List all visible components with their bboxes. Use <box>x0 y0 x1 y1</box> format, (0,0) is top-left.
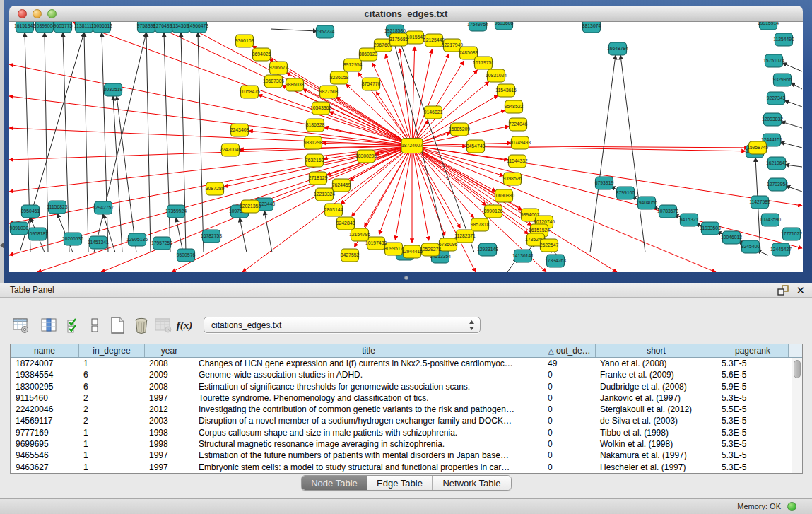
table-cell[interactable]: 0 <box>543 450 595 461</box>
table-row[interactable]: 1872400712008Changes of HCN gene express… <box>11 358 802 369</box>
table-cell[interactable]: 0 <box>543 392 595 404</box>
table-cell[interactable]: 1 <box>78 358 144 369</box>
citation-edge-black[interactable] <box>271 29 317 31</box>
memory-status-indicator[interactable] <box>787 502 796 511</box>
table-cell[interactable]: 1997 <box>144 462 194 473</box>
split-pane-handle[interactable] <box>404 276 408 280</box>
select-columns-button[interactable] <box>40 316 58 334</box>
table-cell[interactable]: 2008 <box>144 381 194 392</box>
table-cell[interactable]: 1 <box>78 462 144 473</box>
table-cell[interactable]: Corpus callosum shape and size in male p… <box>194 427 543 438</box>
table-cell[interactable]: 2003 <box>144 415 194 426</box>
column-header-name[interactable]: name <box>11 344 78 357</box>
collapse-panel-arrow-icon[interactable] <box>0 242 4 249</box>
citation-edge-red[interactable] <box>286 73 412 146</box>
table-cell[interactable]: Estimation of the future numbers of pati… <box>194 450 543 461</box>
table-cell[interactable]: 5.3E-5 <box>717 438 788 450</box>
select-all-button[interactable] <box>65 316 83 334</box>
table-cell[interactable]: 1998 <box>144 438 194 450</box>
table-cell[interactable]: 5.3E-5 <box>717 462 788 473</box>
table-cell[interactable]: Dudbridge et al. (2008) <box>595 381 717 392</box>
table-cell[interactable]: 9463627 <box>11 462 78 473</box>
citation-edge-black[interactable] <box>181 33 186 252</box>
table-cell[interactable]: 0 <box>543 438 595 450</box>
table-cell[interactable]: 49 <box>543 358 595 369</box>
table-source-select[interactable]: citations_edges.txt <box>204 317 481 333</box>
column-header-out_de[interactable]: △out_de… <box>543 344 595 357</box>
table-cell[interactable]: 0 <box>543 381 595 392</box>
table-vertical-scrollbar[interactable] <box>792 358 802 473</box>
tab-network-table[interactable]: Network Table <box>432 476 511 490</box>
table-row[interactable]: 969969511998Structural magnetic resonanc… <box>11 438 802 450</box>
citation-edge-black[interactable] <box>176 218 183 252</box>
table-cell[interactable]: 5.3E-5 <box>717 392 788 404</box>
citation-edge-black[interactable] <box>84 33 88 252</box>
citation-edge-black[interactable] <box>785 165 802 167</box>
table-cell[interactable]: Wolkin et al. (1998) <box>595 438 717 450</box>
column-header-in_degree[interactable]: in_degree <box>78 344 144 357</box>
citation-edge-black[interactable] <box>781 122 802 128</box>
scrollbar-thumb[interactable] <box>794 360 801 378</box>
table-row[interactable]: 1830029562008Estimation of significance … <box>11 381 802 392</box>
close-window-button[interactable] <box>18 9 27 18</box>
table-cell[interactable]: Jankovic et al. (1997) <box>595 392 717 404</box>
table-cell[interactable]: Stergiakouli et al. (2012) <box>595 404 717 415</box>
column-header-short[interactable]: short <box>595 344 717 357</box>
table-cell[interactable]: 2012 <box>144 404 194 415</box>
table-cell[interactable]: 0 <box>543 462 595 473</box>
citation-edge-black[interactable] <box>782 63 802 71</box>
table-row[interactable]: 2242004622012Investigating the contribut… <box>11 404 802 415</box>
table-cell[interactable]: 5.3E-5 <box>717 415 788 426</box>
table-cell[interactable]: 5.9E-5 <box>717 381 788 392</box>
citation-edge-black[interactable] <box>198 33 204 252</box>
citation-edge-red[interactable] <box>412 143 511 146</box>
tab-edge-table[interactable]: Edge Table <box>367 476 432 490</box>
table-cell[interactable]: Tibbo et al. (1998) <box>595 427 717 438</box>
table-settings-button[interactable] <box>11 316 30 334</box>
table-cell[interactable]: 0 <box>543 404 595 415</box>
table-cell[interactable]: 1 <box>78 450 144 461</box>
function-builder-button[interactable]: f(x) <box>175 316 194 334</box>
table-cell[interactable]: Nakamura et al. (1997) <box>595 450 717 461</box>
table-cell[interactable]: 5.3E-5 <box>717 358 788 369</box>
zoom-window-button[interactable] <box>47 9 57 18</box>
citation-edge-black[interactable] <box>164 33 170 252</box>
citation-edge-red[interactable] <box>412 54 449 146</box>
citation-edge-red[interactable] <box>240 146 412 150</box>
table-cell[interactable]: Estimation of significance thresholds fo… <box>194 381 543 392</box>
table-cell[interactable]: 22420046 <box>11 404 78 415</box>
table-cell[interactable]: 1 <box>78 427 144 438</box>
row-height-button[interactable] <box>86 316 104 334</box>
table-row[interactable]: 946554611997Estimation of the future num… <box>11 450 802 461</box>
table-cell[interactable]: 9777169 <box>11 427 78 438</box>
citation-edge-black[interactable] <box>20 33 84 252</box>
table-cell[interactable]: 0 <box>543 427 595 438</box>
table-cell[interactable]: 0 <box>543 369 595 380</box>
table-cell[interactable]: 5.3E-5 <box>717 450 788 461</box>
citation-edge-red[interactable] <box>9 128 412 146</box>
table-cell[interactable]: 1 <box>78 438 144 450</box>
citation-edge-black[interactable] <box>590 55 616 252</box>
network-view-canvas[interactable]: 1615134210399004960577511381111150565129… <box>9 22 803 272</box>
citation-edge-black[interactable] <box>780 142 802 148</box>
table-row[interactable]: 946362711997Embryonic stem cells: a mode… <box>11 462 802 473</box>
delete-table-button[interactable] <box>132 316 151 334</box>
table-cell[interactable]: Hescheler et al. (1997) <box>595 462 717 473</box>
table-cell[interactable]: 18724007 <box>11 358 78 369</box>
table-cell[interactable]: 5.6E-5 <box>717 369 788 380</box>
table-cell[interactable]: 9465546 <box>11 450 78 461</box>
citation-edge-black[interactable] <box>240 218 247 252</box>
table-cell[interactable]: 5.3E-5 <box>717 427 788 438</box>
citation-edge-black[interactable] <box>117 96 136 252</box>
table-cell[interactable]: Franke et al. (2009) <box>595 369 717 380</box>
table-cell[interactable]: Disruption of a novel member of a sodium… <box>194 415 543 426</box>
table-cell[interactable]: 14569117 <box>11 415 78 426</box>
table-row[interactable]: 1938455462009Genome-wide association stu… <box>11 369 802 380</box>
close-panel-icon[interactable]: ✕ <box>796 285 805 296</box>
citation-edge-red[interactable] <box>346 84 412 146</box>
citation-edge-black[interactable] <box>45 33 48 252</box>
citation-edge-black[interactable] <box>63 33 69 252</box>
minimize-window-button[interactable] <box>33 9 42 18</box>
column-header-title[interactable]: title <box>194 344 543 357</box>
network-window-titlebar[interactable]: citations_edges.txt <box>9 6 803 22</box>
